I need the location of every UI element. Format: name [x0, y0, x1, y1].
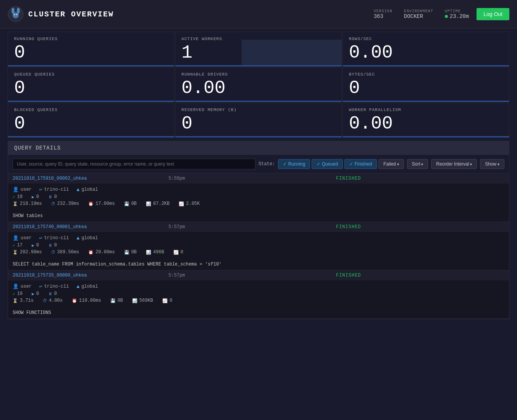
splits-running-value: 0: [36, 194, 39, 200]
user-value: user: [21, 235, 32, 241]
svg-point-5: [16, 14, 18, 15]
source-icon: ↩: [39, 283, 42, 290]
metric-value: 0.00: [349, 43, 503, 62]
input-data: 💾 0B: [124, 249, 137, 255]
svg-point-4: [14, 14, 15, 15]
splits-completed-value: 19: [17, 194, 23, 200]
play-icon: ▶: [32, 195, 34, 200]
queries-list: 20211010_175910_00002_uhkea 5:59pm FINIS…: [8, 174, 509, 319]
metric-bar: [175, 101, 341, 102]
app-logo: [8, 6, 24, 22]
query-header[interactable]: 20211010_175910_00002_uhkea 5:59pm FINIS…: [8, 174, 509, 183]
query-source: ↩ trino-cli: [39, 187, 69, 193]
scheduled-time-value: 20.00ms: [95, 249, 115, 255]
metric-bar: [8, 101, 174, 102]
environment-value: DOCKER: [404, 13, 423, 19]
splits-completed: ✓ 19: [13, 194, 23, 200]
uptime-info: UPTIME 23.20m: [445, 9, 469, 19]
splits-completed-value: 19: [17, 291, 23, 296]
query-details-title: QUERY DETAILS: [8, 141, 509, 155]
query-header[interactable]: 20211010_175740_00001_uhkea 5:57pm FINIS…: [8, 222, 509, 232]
query-meta-row: 👤 user ↩ trino-cli ▲ global: [13, 187, 504, 193]
wall-time: ⌛ 202.98ms: [13, 249, 42, 255]
cpu-icon: ⏱: [51, 201, 55, 206]
running-filter-button[interactable]: ✓ Running: [278, 159, 310, 169]
wall-time-value: 218.19ms: [20, 201, 42, 206]
input-data-value: 0B: [118, 298, 123, 303]
failed-filter-button[interactable]: Failed: [378, 159, 404, 169]
wall-time-icon: ⌛: [13, 250, 18, 255]
peak-memory-value: 569KB: [139, 298, 153, 303]
uptime-label: UPTIME: [445, 9, 461, 13]
wall-time-icon: ⌛: [13, 298, 18, 303]
metric-card-queued-queries: QUEUED QUERIES 0: [8, 67, 174, 102]
finished-filter-button[interactable]: ✓ Finished: [344, 159, 377, 169]
header-meta: VERSION 363 ENVIRONMENT DOCKER UPTIME 23…: [374, 9, 469, 19]
query-user: 👤 user: [13, 235, 32, 241]
metric-value: 0.00: [349, 114, 503, 133]
metric-label: BLOCKED QUERIES: [14, 108, 168, 112]
peak-memory: 📊 496B: [146, 249, 164, 255]
pause-icon: ⏸: [48, 195, 52, 200]
sort-button[interactable]: Sort: [407, 159, 428, 169]
active-workers-visual: [242, 40, 341, 66]
source-value: trino-cli: [44, 235, 69, 241]
logout-button[interactable]: Log Out: [477, 8, 509, 20]
cumulative-memory-value: 0: [181, 249, 183, 255]
pause-icon: ⏸: [48, 243, 52, 248]
query-header[interactable]: 20211010_175735_00000_uhkea 5:57pm FINIS…: [8, 270, 509, 280]
splits-running-value: 0: [36, 243, 39, 248]
version-label: VERSION: [374, 9, 393, 13]
metric-value: 0: [181, 114, 335, 133]
query-stats-row1: ✓ 19 ▶ 0 ⏸ 0: [13, 194, 504, 200]
query-filter-input[interactable]: [13, 159, 255, 169]
cpu-time-value: 232.39ms: [57, 201, 79, 206]
header: CLUSTER OVERVIEW VERSION 363 ENVIRONMENT…: [0, 0, 517, 29]
splits-completed-value: 17: [17, 243, 23, 248]
metric-label: WORKER PARALLELISM: [349, 108, 503, 112]
metric-card-bytes-sec: BYTES/SEC 0: [343, 67, 509, 102]
query-id[interactable]: 20211010_175740_00001_uhkea: [13, 224, 168, 230]
state-label: State:: [258, 161, 275, 167]
scheduled-time: ⏰ 20.00ms: [88, 249, 115, 255]
query-stats-row2: ⌛ 202.98ms ⏱ 389.56ms ⏰ 20.00ms 💾 0B 📊: [13, 249, 504, 255]
scheduled-time: ⏰ 17.00ms: [88, 201, 115, 206]
cumulative-memory: 📈 0: [173, 249, 183, 255]
resource-value: global: [81, 235, 98, 241]
wall-time-value: 202.98ms: [20, 249, 42, 255]
cpu-time: ⏱ 389.56ms: [51, 249, 79, 255]
query-source: ↩ trino-cli: [39, 235, 69, 241]
splits-running-value: 0: [36, 291, 39, 296]
memory-icon: 📊: [146, 201, 151, 206]
query-resource-group: ▲ global: [76, 235, 98, 241]
metric-value: 0: [14, 114, 168, 133]
metric-value: 0.00: [181, 79, 335, 97]
resource-icon: ▲: [76, 235, 79, 241]
query-row: 20211010_175735_00000_uhkea 5:57pm FINIS…: [8, 270, 509, 319]
splits-completed: ✓ 19: [13, 291, 23, 296]
check-icon: ✓: [13, 243, 15, 248]
queued-filter-button[interactable]: ✓ Queued: [312, 159, 343, 169]
query-id[interactable]: 20211010_175735_00000_uhkea: [13, 273, 168, 278]
splits-running: ▶ 0: [32, 243, 39, 248]
metric-card-blocked-queries: BLOCKED QUERIES 0: [8, 103, 174, 138]
check-icon: ✓: [13, 195, 15, 200]
svg-point-3: [13, 12, 19, 18]
query-stats-row2: ⌛ 218.19ms ⏱ 232.39ms ⏰ 17.00ms 💾 0B 📊: [13, 201, 504, 206]
resource-value: global: [81, 284, 98, 289]
resource-icon: ▲: [76, 187, 79, 193]
logo-area: CLUSTER OVERVIEW: [8, 6, 374, 22]
show-button[interactable]: Show: [480, 159, 504, 169]
metric-label: QUEUED QUERIES: [14, 72, 168, 77]
metric-label: RUNNABLE DRIVERS: [181, 72, 335, 77]
peak-memory-value: 496B: [153, 249, 164, 255]
peak-memory-value: 87.2KB: [153, 201, 170, 206]
reorder-interval-button[interactable]: Reorder Interval: [431, 159, 477, 169]
filter-buttons: ✓ Running ✓ Queued ✓ Finished Failed: [278, 159, 404, 169]
check-icon: ✓: [13, 291, 15, 296]
query-details-section: QUERY DETAILS State: ✓ Running ✓ Queued …: [8, 141, 509, 319]
version-info: VERSION 363: [374, 9, 393, 19]
metric-bar: [8, 136, 174, 137]
query-id[interactable]: 20211010_175910_00002_uhkea: [13, 176, 168, 181]
cpu-icon: ⏱: [51, 250, 55, 255]
